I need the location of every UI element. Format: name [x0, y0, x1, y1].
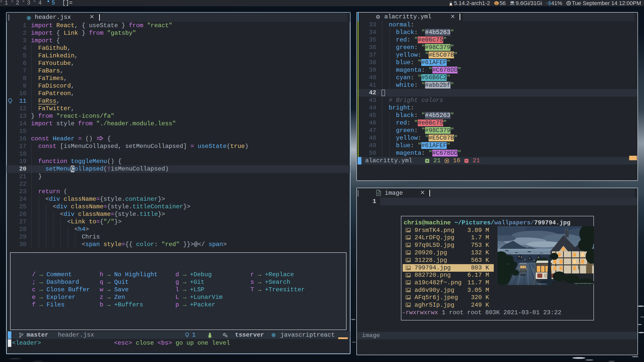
svg-text:www.DesktopBackground.org: www.DesktopBackground.org	[574, 283, 594, 285]
